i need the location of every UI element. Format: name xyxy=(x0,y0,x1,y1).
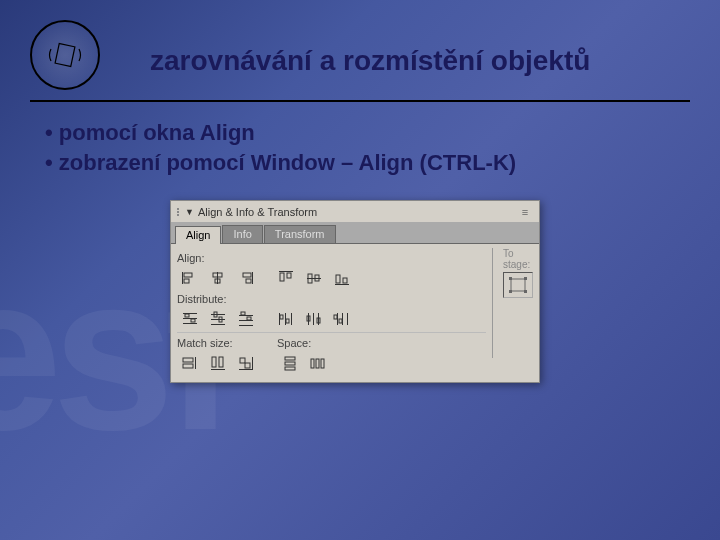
svg-rect-26 xyxy=(211,324,225,325)
align-bottom-button[interactable] xyxy=(329,267,355,289)
label-space: Space: xyxy=(277,337,331,349)
align-left-button[interactable] xyxy=(177,267,203,289)
distribute-right-button[interactable] xyxy=(329,308,355,330)
svg-rect-39 xyxy=(308,313,309,325)
svg-rect-37 xyxy=(280,315,283,319)
svg-rect-25 xyxy=(211,319,225,320)
align-top-button[interactable] xyxy=(273,267,299,289)
align-hcenter-button[interactable] xyxy=(205,267,231,289)
svg-rect-55 xyxy=(240,358,245,363)
svg-rect-33 xyxy=(247,317,251,320)
svg-rect-10 xyxy=(279,271,293,272)
slide-logo xyxy=(30,20,100,90)
distribute-hcenter-button[interactable] xyxy=(301,308,327,330)
align-panel: ▼ Align & Info & Transform ≡ Align Info … xyxy=(170,200,540,383)
svg-rect-11 xyxy=(280,273,284,281)
svg-rect-58 xyxy=(252,357,253,369)
svg-rect-31 xyxy=(239,325,253,326)
svg-rect-2 xyxy=(184,273,192,277)
svg-rect-52 xyxy=(212,357,216,367)
svg-rect-68 xyxy=(509,290,512,293)
label-match-size: Match size: xyxy=(177,337,259,349)
panel-grip-icon[interactable] xyxy=(177,208,179,216)
panel-tabs: Align Info Transform xyxy=(171,223,539,243)
svg-rect-60 xyxy=(285,362,295,365)
slide-title: zarovnávání a rozmístění objektů xyxy=(150,45,590,77)
distribute-top-button[interactable] xyxy=(177,308,203,330)
tab-info[interactable]: Info xyxy=(222,225,262,243)
svg-rect-38 xyxy=(286,319,289,323)
svg-rect-24 xyxy=(211,314,225,315)
panel-menu-icon[interactable]: ≡ xyxy=(517,206,533,218)
panel-title: Align & Info & Transform xyxy=(198,206,513,218)
svg-rect-56 xyxy=(245,363,250,368)
svg-rect-69 xyxy=(524,290,527,293)
match-width-button[interactable] xyxy=(177,352,203,374)
svg-rect-61 xyxy=(285,367,295,370)
bullet-list: pomocí okna Align zobrazení pomocí Windo… xyxy=(45,120,516,180)
svg-rect-4 xyxy=(217,272,218,284)
collapse-triangle-icon[interactable]: ▼ xyxy=(185,207,194,217)
svg-rect-64 xyxy=(321,359,324,368)
distribute-bottom-button[interactable] xyxy=(233,308,259,330)
label-align: Align: xyxy=(177,252,486,264)
title-divider xyxy=(30,100,690,102)
svg-rect-9 xyxy=(246,279,251,283)
bullet-item: zobrazení pomocí Window – Align (CTRL-K) xyxy=(45,150,516,176)
to-stage-button[interactable] xyxy=(503,272,533,298)
svg-rect-1 xyxy=(182,272,183,284)
svg-rect-21 xyxy=(183,323,197,324)
svg-rect-48 xyxy=(339,319,342,323)
svg-rect-47 xyxy=(334,315,337,319)
distribute-left-button[interactable] xyxy=(273,308,299,330)
space-vertical-button[interactable] xyxy=(277,352,303,374)
svg-rect-3 xyxy=(184,279,189,283)
svg-rect-23 xyxy=(191,319,195,322)
svg-rect-53 xyxy=(219,357,223,367)
panel-titlebar[interactable]: ▼ Align & Info & Transform ≡ xyxy=(171,201,539,223)
align-vcenter-button[interactable] xyxy=(301,267,327,289)
tab-transform[interactable]: Transform xyxy=(264,225,336,243)
svg-rect-8 xyxy=(243,273,251,277)
tab-align[interactable]: Align xyxy=(175,226,221,244)
match-both-button[interactable] xyxy=(233,352,259,374)
svg-rect-40 xyxy=(313,313,314,325)
svg-rect-67 xyxy=(524,277,527,280)
match-height-button[interactable] xyxy=(205,352,231,374)
svg-rect-22 xyxy=(185,314,189,317)
svg-rect-46 xyxy=(347,313,348,325)
bullet-item: pomocí okna Align xyxy=(45,120,516,146)
panel-separator xyxy=(492,248,493,358)
svg-rect-17 xyxy=(336,275,340,283)
svg-rect-18 xyxy=(343,278,347,283)
svg-rect-7 xyxy=(252,272,253,284)
label-to-stage: To stage: xyxy=(503,248,530,270)
svg-rect-16 xyxy=(335,284,349,285)
svg-rect-65 xyxy=(511,279,525,291)
space-horizontal-button[interactable] xyxy=(305,352,331,374)
svg-rect-12 xyxy=(287,273,291,278)
align-right-button[interactable] xyxy=(233,267,259,289)
distribute-vcenter-button[interactable] xyxy=(205,308,231,330)
svg-rect-32 xyxy=(241,312,245,315)
svg-rect-57 xyxy=(239,369,253,370)
svg-rect-59 xyxy=(285,357,295,360)
svg-rect-54 xyxy=(211,369,225,370)
label-distribute: Distribute: xyxy=(177,293,486,305)
svg-rect-0 xyxy=(55,44,75,67)
svg-rect-66 xyxy=(509,277,512,280)
svg-rect-63 xyxy=(316,359,319,368)
svg-rect-51 xyxy=(195,357,196,369)
svg-rect-36 xyxy=(291,313,292,325)
panel-body: Align: Distribute: xyxy=(171,243,539,382)
svg-rect-50 xyxy=(183,364,193,368)
svg-rect-49 xyxy=(183,358,193,362)
svg-rect-62 xyxy=(311,359,314,368)
